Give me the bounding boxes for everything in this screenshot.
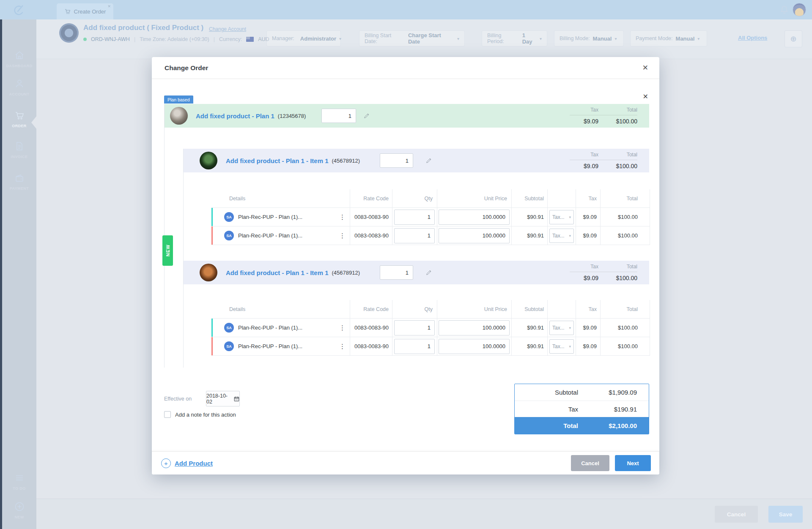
tax-value: $9.09 — [576, 319, 601, 337]
all-options-link[interactable]: All Options — [738, 35, 767, 41]
qty-input[interactable] — [394, 210, 435, 225]
unit-price-input[interactable] — [439, 228, 510, 243]
manager-dropdown[interactable]: Manager: Administrator ▾ — [266, 30, 341, 46]
totals-panel: Subtotal $1,909.09 Tax $190.91 Total $2,… — [514, 384, 649, 434]
rate-code: 0083-0083-90 — [350, 208, 392, 226]
next-button[interactable]: Next — [615, 455, 651, 471]
col-header-tax-select — [548, 300, 576, 318]
rate-code: 0083-0083-90 — [350, 226, 392, 245]
more-options-icon[interactable]: ⋮ — [339, 213, 346, 221]
tax-label: Tax — [515, 406, 578, 413]
payment-mode-dropdown[interactable]: Payment Mode: Manual ▾ — [630, 30, 707, 46]
bell-icon[interactable] — [779, 5, 789, 14]
sidebar-item-account[interactable]: ACCOUNT — [2, 78, 36, 96]
billing-period-dropdown[interactable]: Billing Period: 1 Day ▾ — [482, 30, 547, 46]
billing-start-date-dropdown[interactable]: Billing Start Date: Charge Start Date ▾ — [359, 30, 465, 46]
total-value: $100.00 — [598, 275, 637, 281]
close-icon[interactable]: ✕ — [107, 4, 111, 8]
tax-select[interactable]: Tax...▾ — [549, 339, 574, 354]
edit-pencil-icon[interactable] — [425, 157, 432, 164]
edit-pencil-icon[interactable] — [425, 269, 432, 276]
sidebar-item-todo[interactable]: TO DO — [2, 472, 36, 491]
chevron-down-icon: ▾ — [540, 36, 542, 41]
col-header-unit-price: Unit Price — [437, 189, 512, 207]
avatar[interactable] — [793, 3, 806, 16]
tax-select-value: Tax... — [552, 325, 565, 331]
change-account-link[interactable]: Change Account — [209, 26, 246, 32]
filter-label: Billing Mode: — [560, 35, 590, 41]
subtotal-value: $90.91 — [512, 208, 548, 226]
page-cancel-button[interactable]: Cancel — [715, 506, 758, 523]
plan-qty-input[interactable] — [321, 109, 356, 123]
add-product-button[interactable]: + Add Product — [161, 458, 213, 468]
more-options-icon[interactable]: ⋮ — [339, 324, 346, 332]
list-icon — [14, 472, 25, 483]
divider: | — [134, 36, 135, 42]
item-id: (45678912) — [332, 270, 360, 276]
plan-items: Add fixed product - Plan 1 - Item 1 (456… — [183, 149, 649, 368]
chevron-down-icon: ▾ — [339, 36, 341, 41]
sidebar-item-dashboard[interactable]: DASHBOARD — [2, 50, 36, 68]
col-header-tax: Tax — [576, 189, 601, 207]
add-options-button[interactable]: ⊕ — [785, 30, 802, 47]
calendar-icon — [234, 396, 239, 402]
new-ribbon-badge: NEW — [162, 235, 173, 266]
col-header-tax-select — [548, 189, 576, 207]
tax-select[interactable]: Tax...▾ — [549, 210, 574, 224]
tax-select[interactable]: Tax...▾ — [549, 229, 574, 243]
modal-footer: + Add Product Cancel Next — [152, 451, 659, 474]
table-header-row: Details Rate Code Qty Unit Price Subtota… — [211, 189, 650, 208]
more-options-icon[interactable]: ⋮ — [339, 232, 346, 240]
subtotal-label: Subtotal — [515, 389, 578, 396]
more-options-icon[interactable]: ⋮ — [339, 343, 346, 350]
filter-value: Manual — [676, 35, 695, 42]
tax-select-value: Tax... — [552, 214, 565, 220]
unit-price-input[interactable] — [439, 339, 510, 354]
rate-code: 0083-0083-90 — [350, 337, 392, 355]
filter-label: Billing Period: — [487, 33, 519, 44]
item-name-link[interactable]: Add fixed product - Plan 1 - Item 1 — [226, 157, 329, 164]
modal-title: Change Order — [165, 64, 208, 72]
tax-select[interactable]: Tax...▾ — [549, 321, 574, 335]
cancel-button[interactable]: Cancel — [571, 455, 609, 471]
item-qty-input[interactable] — [380, 153, 413, 168]
plus-circle-icon: + — [161, 458, 171, 468]
sa-badge: SA — [224, 212, 234, 222]
item-qty-input[interactable] — [380, 265, 413, 280]
tab-create-order[interactable]: Create Order ✕ — [57, 3, 113, 19]
qty-input[interactable] — [394, 228, 435, 243]
note-checkbox[interactable] — [164, 411, 171, 418]
sidebar-item-payment[interactable]: PAYMENT — [2, 172, 36, 191]
sidebar-item-label: ACCOUNT — [9, 92, 30, 96]
edit-pencil-icon[interactable] — [363, 112, 370, 119]
tax-row: Tax $190.91 — [515, 401, 649, 417]
plan-name-link[interactable]: Add fixed product - Plan 1 — [196, 112, 274, 120]
currency-label: Currency: — [219, 36, 242, 42]
sidebar-item-new[interactable]: NEW — [2, 501, 36, 519]
sidebar-item-order[interactable]: ORDER — [2, 110, 36, 128]
sidebar-item-invoice[interactable]: INVOICE — [2, 141, 36, 159]
close-icon[interactable]: ✕ — [642, 63, 648, 72]
qty-input[interactable] — [394, 320, 435, 335]
total-value: $2,100.00 — [578, 422, 649, 429]
qty-input[interactable] — [394, 339, 435, 354]
unit-price-input[interactable] — [439, 210, 510, 225]
manager-value: Administrator — [300, 35, 336, 42]
page-save-button[interactable]: Save — [768, 506, 803, 523]
chevron-down-icon: ▾ — [569, 326, 571, 330]
billing-mode-dropdown[interactable]: Billing Mode: Manual ▾ — [554, 30, 624, 46]
remove-product-icon[interactable]: ✕ — [643, 93, 648, 101]
divider: | — [214, 36, 215, 42]
table-header-row: Details Rate Code Qty Unit Price Subtota… — [211, 300, 650, 319]
timezone-label: Time Zone: Adelaide (+09:30) — [140, 36, 209, 42]
tax-select-value: Tax... — [552, 233, 565, 239]
chevron-down-icon: ▾ — [569, 234, 571, 238]
topbar: Create Order ✕ — [0, 0, 812, 19]
rate-code: 0083-0083-90 — [350, 319, 392, 337]
total-value: $100.00 — [601, 319, 650, 337]
unit-price-input[interactable] — [439, 320, 510, 335]
effective-date-picker[interactable]: 2018-10-02 — [206, 391, 240, 406]
item-name-link[interactable]: Add fixed product - Plan 1 - Item 1 — [226, 269, 329, 276]
total-value: $100.00 — [601, 208, 650, 226]
charge-name: Plan-Rec-PUP - Plan (1)... — [238, 232, 302, 239]
